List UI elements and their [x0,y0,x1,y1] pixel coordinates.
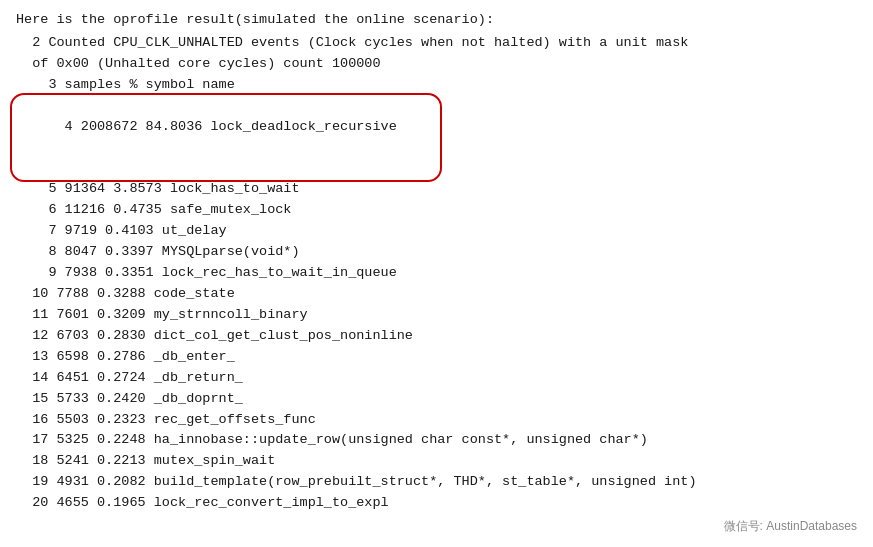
table-row: 18 5241 0.2213 mutex_spin_wait [16,451,857,472]
table-row: 15 5733 0.2420 _db_doprnt_ [16,389,857,410]
table-row: 6 11216 0.4735 safe_mutex_lock [16,200,857,221]
table-row: 10 7788 0.3288 code_state [16,284,857,305]
table-row: 13 6598 0.2786 _db_enter_ [16,347,857,368]
intro-line: Here is the oprofile result(simulated th… [16,10,857,31]
table-row: 12 6703 0.2830 dict_col_get_clust_pos_no… [16,326,857,347]
table-row: 16 5503 0.2323 rec_get_offsets_func [16,410,857,431]
table-row: 17 5325 0.2248 ha_innobase::update_row(u… [16,430,857,451]
table-row: 20 4655 0.1965 lock_rec_convert_impl_to_… [16,493,857,514]
highlighted-text: 4 2008672 84.8036 lock_deadlock_recursiv… [48,119,396,134]
table-row: 5 91364 3.8573 lock_has_to_wait [16,179,857,200]
table-row: 11 7601 0.3209 my_strnncoll_binary [16,305,857,326]
table-row: 8 8047 0.3397 MYSQLparse(void*) [16,242,857,263]
watermark: 微信号: AustinDatabases [724,518,857,535]
table-row: 9 7938 0.3351 lock_rec_has_to_wait_in_qu… [16,263,857,284]
table-row: 14 6451 0.2724 _db_return_ [16,368,857,389]
highlighted-row-container: 4 2008672 84.8036 lock_deadlock_recursiv… [16,96,436,180]
line2: of 0x00 (Unhalted core cycles) count 100… [16,54,857,75]
table-row: 7 9719 0.4103 ut_delay [16,221,857,242]
highlight-oval [10,93,442,183]
line1: 2 Counted CPU_CLK_UNHALTED events (Clock… [16,33,857,54]
data-rows: 5 91364 3.8573 lock_has_to_wait 6 11216 … [16,179,857,514]
table-row: 19 4931 0.2082 build_template(row_prebui… [16,472,857,493]
main-content: Here is the oprofile result(simulated th… [0,0,873,524]
header-line: 3 samples % symbol name [16,75,857,96]
